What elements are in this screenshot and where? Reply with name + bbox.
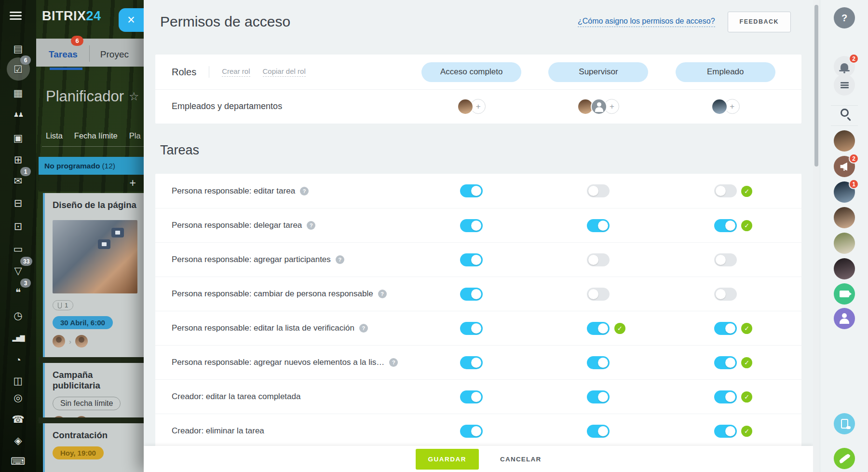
feedback-button[interactable]: FEEDBACK: [728, 12, 791, 32]
permission-toggle-on[interactable]: [714, 390, 737, 403]
help-question-icon[interactable]: [389, 358, 398, 367]
tab-proyectos[interactable]: Proyec: [100, 49, 129, 67]
permission-toggle-on[interactable]: [714, 322, 737, 335]
create-role-link[interactable]: Crear rol: [222, 67, 250, 77]
helpdesk-button[interactable]: ?: [834, 7, 855, 28]
permission-toggle-on[interactable]: [460, 253, 483, 266]
permission-toggle-off[interactable]: [714, 253, 737, 266]
toggle-cell: [408, 414, 535, 448]
role-pill-3[interactable]: Empleado: [676, 62, 775, 82]
due-date-badge[interactable]: Hoy, 19:00: [53, 446, 104, 459]
devices-icon[interactable]: ⌨: [0, 451, 36, 471]
view-tab-2[interactable]: Fecha límite: [74, 131, 118, 140]
warehouse-icon[interactable]: ◈: [0, 430, 36, 450]
recent-chat-avatar-2[interactable]: 1: [834, 181, 855, 203]
permission-toggle-off[interactable]: [587, 184, 610, 197]
permission-toggle-on[interactable]: [714, 219, 737, 232]
permission-toggle-off[interactable]: [714, 288, 737, 301]
toggle-cell: [662, 311, 789, 345]
permission-toggle-on[interactable]: [714, 425, 737, 438]
modal-close-button[interactable]: ×: [119, 8, 144, 32]
messenger-button[interactable]: [834, 74, 855, 96]
permission-toggle-on[interactable]: [460, 219, 483, 232]
search-button[interactable]: [834, 102, 855, 123]
video-calls-icon[interactable]: ⊡: [0, 216, 36, 236]
employee-avatar[interactable]: [711, 98, 728, 115]
websites-icon[interactable]: ⊟: [0, 193, 36, 212]
permission-toggle-on[interactable]: [460, 356, 483, 369]
worktime-icon[interactable]: ◔: [0, 350, 36, 369]
copy-role-link[interactable]: Copiar del rol: [263, 67, 306, 77]
permission-toggle-on[interactable]: [587, 322, 610, 335]
permission-toggle-on[interactable]: [587, 356, 610, 369]
permission-toggle-on[interactable]: [460, 390, 483, 403]
favorite-star-icon[interactable]: ☆: [129, 90, 139, 103]
due-date-badge[interactable]: Sin fecha límite: [53, 397, 121, 410]
permission-toggle-on[interactable]: [714, 356, 737, 369]
scrollbar-thumb[interactable]: [814, 5, 818, 167]
marketing-target-icon[interactable]: ◎: [0, 388, 36, 407]
reports-chart-icon[interactable]: ▂▅▇: [0, 328, 36, 347]
recent-chat-avatar-4[interactable]: [834, 233, 855, 254]
permission-toggle-on[interactable]: [460, 322, 483, 335]
department-avatar[interactable]: [591, 98, 607, 115]
cancel-button[interactable]: CANCELAR: [500, 456, 541, 463]
task-card[interactable]: Contratación Hoy, 19:00: [43, 423, 144, 472]
role-pill-2[interactable]: Supervisor: [548, 62, 648, 82]
video-call-avatar[interactable]: [834, 283, 855, 305]
recent-chat-avatar-5[interactable]: [834, 258, 855, 279]
due-date-badge[interactable]: 30 Abril, 6:00: [53, 316, 113, 329]
employees-icon[interactable]: ♟♟: [0, 105, 36, 124]
calendar-icon[interactable]: ▦: [0, 83, 36, 102]
modal-scrollbar: [813, 0, 820, 472]
help-question-icon[interactable]: [378, 290, 387, 298]
permission-toggle-on[interactable]: [587, 219, 610, 232]
time-icon[interactable]: ◷: [0, 305, 36, 325]
video-hub-icon[interactable]: ◫: [0, 371, 36, 390]
feed-icon[interactable]: ▤: [0, 39, 36, 58]
announcement-channel-avatar[interactable]: 2: [834, 156, 855, 177]
permission-toggle-off[interactable]: [714, 184, 737, 197]
desktop-app-button[interactable]: [834, 413, 855, 434]
help-question-icon[interactable]: [336, 255, 344, 264]
employee-avatar[interactable]: [457, 98, 474, 115]
permissions-modal: Permisos de acceso ¿Cómo asigno los perm…: [144, 0, 813, 472]
task-card[interactable]: Diseño de la página 1 30 Abril, 6:00 ›: [43, 193, 144, 357]
add-task-button[interactable]: +: [130, 177, 136, 190]
chat-icon[interactable]: ❝3: [0, 282, 36, 302]
recent-chat-avatar-3[interactable]: [834, 207, 855, 228]
view-tab-1[interactable]: Lista: [46, 131, 63, 140]
contacts-icon[interactable]: ▭: [0, 239, 36, 258]
avatar[interactable]: [53, 335, 65, 347]
avatar[interactable]: [75, 335, 88, 347]
permission-toggle-on[interactable]: [587, 425, 610, 438]
group-header-no-programado[interactable]: No programado(12): [39, 157, 144, 175]
role-pill-1[interactable]: Acceso completo: [421, 62, 521, 82]
crm-funnel-icon[interactable]: ▽33: [0, 261, 36, 280]
help-link[interactable]: ¿Cómo asigno los permisos de acceso?: [578, 17, 715, 27]
task-title: Campaña publicitaria: [53, 370, 138, 391]
task-card[interactable]: Campaña publicitaria Sin fecha límite ›: [43, 363, 144, 417]
permission-toggle-off[interactable]: [587, 288, 610, 301]
invite-user-button[interactable]: [834, 308, 855, 329]
tab-tareas[interactable]: Tareas 6: [49, 49, 78, 67]
drive-icon[interactable]: ▣: [0, 128, 36, 147]
recent-chat-avatar-1[interactable]: [834, 130, 855, 152]
allowed-check-icon: [741, 426, 752, 437]
permission-toggle-on[interactable]: [587, 390, 610, 403]
permission-toggle-on[interactable]: [460, 425, 483, 438]
permission-toggle-off[interactable]: [587, 253, 610, 266]
help-question-icon[interactable]: [307, 221, 315, 230]
help-question-icon[interactable]: [359, 324, 368, 333]
mail-icon[interactable]: ✉1: [0, 171, 36, 190]
permission-toggle-on[interactable]: [460, 184, 483, 197]
apps-grid-icon[interactable]: ⊞: [0, 150, 36, 169]
call-button[interactable]: [834, 448, 855, 469]
save-button[interactable]: GUARDAR: [416, 449, 479, 470]
tasks-icon[interactable]: ☑6: [0, 59, 36, 79]
view-tab-3[interactable]: Pla: [129, 131, 141, 140]
help-question-icon[interactable]: [300, 187, 309, 195]
hamburger-menu-icon[interactable]: [10, 12, 22, 13]
permission-toggle-on[interactable]: [460, 288, 483, 301]
telephony-icon[interactable]: ☎: [0, 409, 36, 429]
